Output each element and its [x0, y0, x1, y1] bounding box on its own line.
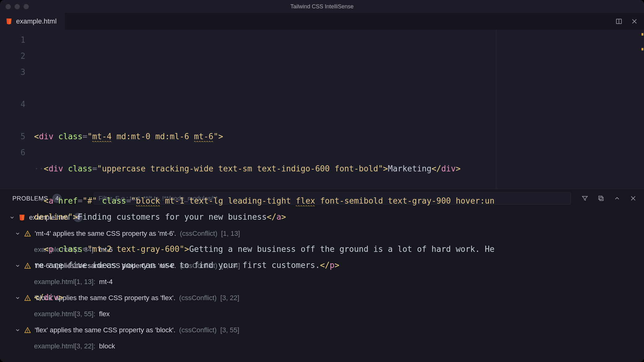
filter-icon[interactable] [581, 195, 588, 202]
svg-point-13 [28, 300, 28, 300]
warning-icon [24, 230, 31, 237]
code-line: ··<p class="mt-2 text-gray-600">Getting … [34, 241, 497, 273]
line-number: 4 [0, 96, 25, 112]
code-line: ··<div class="uppercase tracking-wide te… [34, 161, 497, 177]
svg-point-9 [28, 235, 28, 235]
close-window-button[interactable] [6, 4, 11, 9]
overview-warning-marker[interactable] [642, 33, 643, 36]
overview-warning-marker[interactable] [642, 48, 643, 50]
tab-actions [616, 18, 638, 25]
html-file-icon [6, 18, 12, 25]
line-number: 5 [0, 128, 25, 144]
chevron-down-icon [15, 295, 20, 301]
chevron-down-icon [15, 327, 20, 333]
line-number: 3 [0, 64, 25, 80]
code-line: ··<a href="#" class="block mt-1 text-lg … [34, 193, 497, 225]
warning-icon [24, 295, 31, 301]
chevron-down-icon [9, 215, 15, 220]
collapse-all-icon[interactable] [598, 195, 604, 202]
code-line: </div> [34, 289, 497, 305]
close-tab-icon[interactable] [631, 18, 638, 25]
svg-rect-5 [600, 197, 603, 200]
minimize-window-button[interactable] [15, 4, 20, 9]
tab-filename: example.html [16, 17, 57, 25]
chevron-up-icon[interactable] [614, 195, 620, 202]
lint-squiggle: mt-6 [194, 132, 214, 142]
lint-squiggle: flex [296, 196, 315, 206]
html-file-icon [19, 214, 25, 221]
chevron-down-icon [15, 231, 20, 236]
line-gutter: 1 2 3 4 5 6 [0, 30, 34, 189]
code-area[interactable]: <div class="mt-4 md:mt-0 md:ml-6 mt-6"> … [34, 30, 644, 189]
code-line [34, 321, 497, 338]
titlebar: Tailwind CSS IntelliSense [0, 0, 644, 13]
line-number: 1 [0, 32, 25, 48]
chevron-down-icon [15, 263, 20, 269]
line-number: 2 [0, 48, 25, 64]
svg-point-11 [28, 267, 28, 268]
window-controls [0, 4, 29, 9]
code-editor[interactable]: 1 2 3 4 5 6 <div class="mt-4 md:mt-0 md:… [0, 30, 644, 189]
svg-point-15 [28, 332, 28, 332]
editor-ruler [496, 30, 496, 189]
editor-tab[interactable]: example.html [0, 13, 65, 30]
warning-icon [24, 262, 31, 269]
svg-rect-4 [599, 196, 602, 200]
window-title: Tailwind CSS IntelliSense [0, 3, 644, 10]
lint-squiggle: mt-4 [92, 132, 112, 142]
warning-icon [24, 327, 31, 334]
code-line: <div class="mt-4 md:mt-0 md:ml-6 mt-6"> [34, 128, 497, 144]
tab-bar: example.html [0, 13, 644, 30]
lint-squiggle: block [136, 196, 160, 206]
app-window: Tailwind CSS IntelliSense example.html 1… [0, 0, 644, 362]
line-number: 6 [0, 144, 25, 161]
split-editor-icon[interactable] [616, 18, 622, 25]
close-panel-icon[interactable] [630, 195, 637, 202]
maximize-window-button[interactable] [24, 4, 29, 9]
